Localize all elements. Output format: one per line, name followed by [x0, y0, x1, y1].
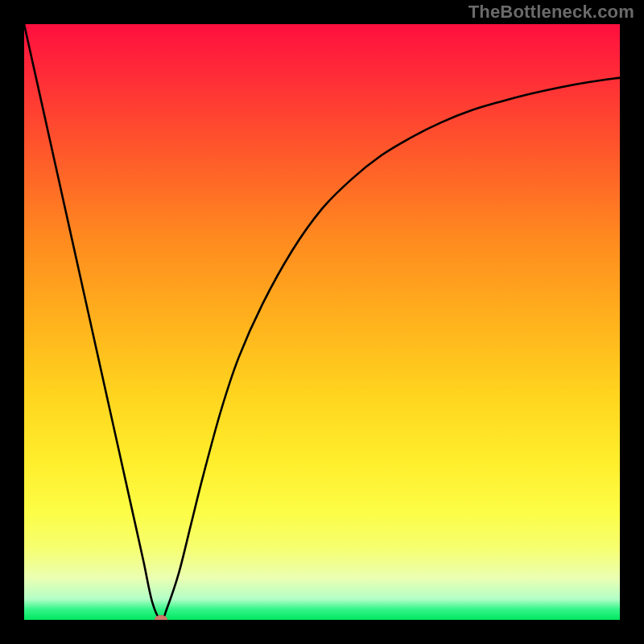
- minimum-marker: [155, 615, 167, 625]
- watermark-label: TheBottleneck.com: [469, 2, 634, 23]
- bottleneck-chart: [24, 24, 620, 620]
- bottleneck-curve-line: [24, 24, 620, 620]
